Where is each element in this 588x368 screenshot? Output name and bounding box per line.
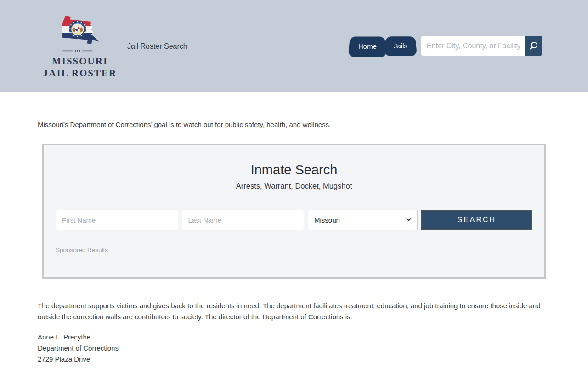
department-description: The department supports victims and give…: [38, 300, 550, 322]
state-seal: [69, 21, 86, 38]
inmate-search-title: Inmate Search: [56, 162, 532, 178]
missouri-flag-logo: [58, 12, 102, 54]
nav-item-jails[interactable]: Jails: [385, 36, 416, 56]
nav-jails-label: Jails: [394, 42, 407, 50]
site-header: MISSOURI JAIL ROSTER Jail Roster Search …: [0, 0, 588, 92]
address-street: 2729 Plaza Drive: [38, 354, 550, 365]
nav-item-home[interactable]: Home: [349, 36, 386, 57]
director-address-block: Anne L. Precythe Department of Correctio…: [38, 332, 550, 368]
logo-wordmark: MISSOURI JAIL ROSTER: [43, 55, 117, 79]
address-city: PO Box 236, Jefferson City, Missouri, 65…: [38, 365, 550, 368]
inmate-search-panel: Inmate Search Arrests, Warrant, Docket, …: [42, 144, 546, 279]
logo-line-2: JAIL ROSTER: [43, 67, 117, 79]
facility-search: [421, 36, 542, 56]
last-name-input[interactable]: [182, 210, 305, 230]
address-department: Department of Corrections: [38, 343, 550, 354]
main-content: Missouri’s Department of Corrections’ go…: [38, 120, 550, 368]
header-right: Home Jails: [349, 36, 542, 57]
first-name-input[interactable]: [56, 210, 178, 230]
facility-search-input[interactable]: [421, 36, 525, 56]
inmate-search-subtitle: Arrests, Warrant, Docket, Mugshot: [56, 182, 532, 190]
main-nav: Home Jails: [349, 36, 416, 57]
page-title: Jail Roster Search: [127, 42, 187, 51]
inmate-search-form: Missouri SEARCH: [56, 210, 532, 230]
nav-home-label: Home: [358, 42, 377, 50]
state-select[interactable]: Missouri: [308, 210, 418, 230]
state-select-wrap: Missouri: [308, 210, 418, 230]
logo-line-1: MISSOURI: [43, 55, 117, 67]
address-name: Anne L. Precythe: [38, 332, 550, 343]
search-icon: [531, 42, 537, 49]
sponsored-results-label: Sponsored Results: [56, 247, 532, 253]
site-logo[interactable]: MISSOURI JAIL ROSTER: [52, 12, 108, 79]
intro-text: Missouri’s Department of Corrections’ go…: [38, 120, 550, 130]
facility-search-button[interactable]: [525, 36, 542, 56]
inmate-search-button[interactable]: SEARCH: [421, 210, 533, 230]
